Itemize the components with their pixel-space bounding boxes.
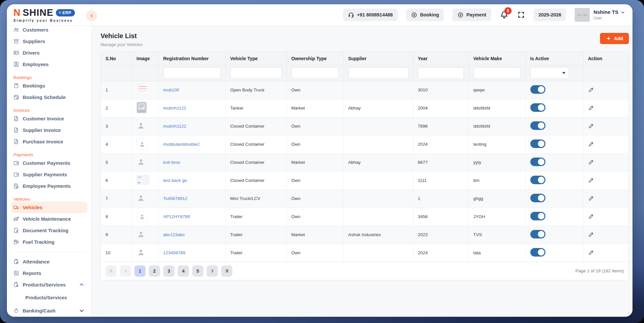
registration-link[interactable]: abc123abc	[163, 232, 185, 237]
is-active-filter-select[interactable]	[530, 67, 569, 79]
sidebar-item-vehicles[interactable]: Vehicles	[11, 202, 87, 213]
filter-cell-s-no	[101, 65, 132, 81]
support-phone-button[interactable]: +91 8008914488	[343, 9, 398, 21]
is-active-toggle[interactable]	[530, 158, 545, 166]
edit-button[interactable]	[588, 195, 594, 201]
sidebar-item-banking-cash[interactable]: Banking/Cash	[11, 305, 87, 316]
cell-registration: mub100	[158, 81, 225, 99]
registration-link[interactable]: mubbutestdouble2	[163, 142, 200, 147]
sidebar-item-label: Bookings	[23, 83, 45, 88]
edit-button[interactable]	[588, 177, 594, 183]
sidebar-item-drivers[interactable]: Drivers	[11, 47, 87, 59]
circle-plus-icon	[457, 12, 464, 18]
sidebar-item-supplier-payments[interactable]: Supplier Payments	[11, 169, 87, 180]
registration-link[interactable]: test back go	[163, 178, 187, 183]
sidebar-collapse-button[interactable]	[86, 10, 97, 21]
is-active-toggle[interactable]	[530, 121, 545, 130]
is-active-toggle[interactable]	[530, 85, 545, 94]
page-button-1[interactable]: 1	[134, 265, 146, 277]
table-row: 10123456789TrailerOwn2024tata	[101, 244, 629, 262]
is-active-toggle[interactable]	[530, 176, 545, 184]
cell-year: 7896	[413, 117, 469, 135]
sidebar-item-customer-invoice[interactable]: Customer Invoice	[11, 113, 87, 124]
cell-sno: 9	[101, 226, 132, 244]
cell-vehicle-type: Trailer	[225, 208, 287, 226]
user-menu[interactable]: 300 x 300 Nshine TS User	[575, 8, 625, 22]
sidebar-item-reports[interactable]: Reports	[11, 267, 87, 279]
is-active-toggle[interactable]	[530, 230, 545, 238]
fiscal-year-button[interactable]: 2025-2026	[534, 9, 566, 21]
column-header-year: Year	[413, 52, 469, 65]
cell-vehicle-make: yyty	[469, 153, 525, 171]
notifications-button[interactable]: 5	[500, 11, 509, 19]
sidebar-subitem-products-services[interactable]: Products/Services	[11, 290, 87, 305]
edit-button[interactable]	[588, 213, 594, 219]
sidebar-item-customers[interactable]: Customers	[11, 26, 87, 36]
sidebar-item-purchase-invoice[interactable]: Purchase Invoice	[11, 136, 87, 147]
is-active-toggle[interactable]	[530, 139, 545, 148]
page-button-4[interactable]: 4	[178, 265, 189, 277]
first-page-button[interactable]	[105, 265, 117, 277]
sidebar-item-label: Customer Invoice	[23, 116, 64, 121]
edit-button[interactable]	[588, 159, 594, 165]
add-vehicle-button[interactable]: Add	[600, 33, 629, 44]
registration-link[interactable]: koti broo	[163, 160, 180, 165]
ownership-type-filter-input[interactable]	[291, 67, 339, 79]
sidebar-item-customer-payments[interactable]: Customer Payments	[11, 157, 87, 169]
edit-button[interactable]	[588, 105, 594, 111]
is-active-toggle[interactable]	[530, 103, 545, 112]
vehicle-image-placeholder-icon	[137, 230, 145, 238]
registration-link[interactable]: 123456789	[163, 250, 186, 255]
vehicle-type-filter-input[interactable]	[230, 67, 282, 79]
edit-button[interactable]	[588, 249, 594, 256]
sidebar-item-supplier-invoice[interactable]: Supplier Invoice	[11, 124, 87, 136]
sidebar-section-payments: Payments	[11, 149, 87, 157]
edit-button[interactable]	[588, 141, 594, 147]
registration-number-filter-input[interactable]	[163, 67, 221, 79]
edit-button[interactable]	[588, 231, 594, 237]
table-row: 1mub100Open Body TruckOwn3010qwqw	[101, 81, 629, 99]
registration-link[interactable]: mubnh1122	[163, 124, 186, 129]
sidebar-item-employee-payments[interactable]: Employee Payments	[11, 180, 87, 192]
cell-image	[132, 189, 158, 208]
new-booking-button[interactable]: Booking	[406, 9, 444, 21]
sidebar-item-booking-schedule[interactable]: Booking Schedule	[11, 91, 87, 103]
sidebar-item-employees[interactable]: Employees	[11, 59, 87, 70]
cell-is-active	[525, 117, 583, 135]
sidebar-item-document-tracking[interactable]: Document Tracking	[11, 225, 87, 236]
sidebar-item-fuel-tracking[interactable]: Fuel Tracking	[11, 236, 87, 248]
page-button-2[interactable]: 2	[149, 265, 160, 277]
is-active-toggle[interactable]	[530, 248, 545, 257]
is-active-toggle[interactable]	[530, 194, 545, 202]
sidebar-item-suppliers[interactable]: Suppliers	[11, 36, 87, 47]
edit-button[interactable]	[588, 87, 594, 93]
new-payment-button[interactable]: Payment	[452, 9, 491, 21]
is-active-toggle[interactable]	[530, 212, 545, 220]
cell-vehicle-make: ddsfdsfd	[469, 99, 525, 117]
cell-image	[132, 171, 158, 189]
sidebar-item-attendance[interactable]: Attendance	[11, 256, 87, 267]
next-page-button[interactable]	[207, 265, 218, 277]
registration-link[interactable]: mubnh1122	[163, 106, 186, 111]
page-button-3[interactable]: 3	[163, 265, 174, 277]
sidebar-item-bookings[interactable]: Bookings	[11, 80, 87, 91]
cell-action	[583, 189, 629, 208]
vehicle-make-filter-input[interactable]	[473, 67, 521, 79]
cell-supplier: Abhay	[343, 153, 413, 171]
year-filter-input[interactable]	[418, 67, 464, 79]
registration-link[interactable]: AP12HY6789	[163, 214, 190, 219]
filter-cell-year	[413, 65, 469, 81]
new-payment-label: Payment	[466, 12, 486, 17]
previous-page-button[interactable]	[120, 265, 131, 277]
supplier-filter-input[interactable]	[348, 67, 408, 79]
registration-link[interactable]: mub100	[163, 87, 179, 92]
cell-is-active	[525, 189, 583, 208]
sidebar-item-products-services[interactable]: Products/Services	[11, 279, 87, 290]
fullscreen-button[interactable]	[517, 11, 525, 19]
last-page-button[interactable]	[221, 265, 232, 277]
edit-button[interactable]	[588, 123, 594, 129]
sidebar-item-vehicle-maintenance[interactable]: Vehicle Maintenance	[11, 213, 87, 225]
registration-link[interactable]: Ts45678912	[163, 196, 188, 201]
cell-vehicle-make: testing	[469, 135, 525, 153]
page-button-5[interactable]: 5	[192, 265, 203, 277]
